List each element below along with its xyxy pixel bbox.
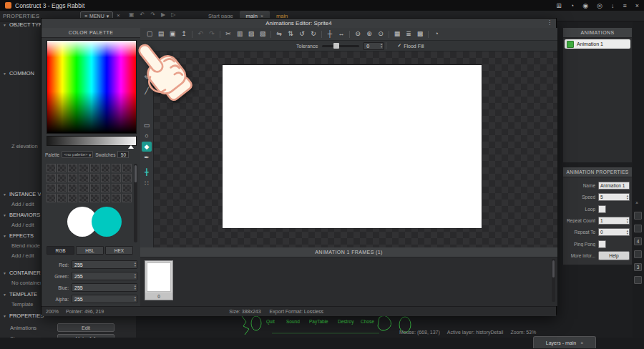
- account-icon[interactable]: ◎: [597, 2, 602, 9]
- palette-swatch[interactable]: [47, 174, 56, 182]
- palette-swatch[interactable]: [90, 184, 99, 192]
- palette-swatch[interactable]: [101, 164, 110, 172]
- close-icon[interactable]: ×: [580, 340, 583, 345]
- zoom-reset-icon[interactable]: ⊙: [376, 29, 386, 39]
- green-field[interactable]: 255▴▾: [72, 272, 137, 280]
- record-icon[interactable]: ◉: [582, 2, 588, 9]
- palette-swatch[interactable]: [90, 164, 99, 172]
- onion-skin-icon[interactable]: ≣: [404, 29, 414, 39]
- stepper-icons[interactable]: ▴▾: [627, 217, 628, 224]
- image-canvas[interactable]: [154, 51, 557, 247]
- palette-swatch[interactable]: [79, 174, 88, 182]
- spinner-down-icon[interactable]: ▾: [627, 232, 628, 235]
- timer-icon[interactable]: ◔: [570, 2, 574, 9]
- alpha-field[interactable]: 255▴▾: [72, 295, 137, 303]
- resize-icon[interactable]: ↔: [336, 29, 346, 39]
- rgb-button[interactable]: RGB: [47, 246, 74, 255]
- redo-icon[interactable]: ↷: [150, 12, 155, 18]
- eyedropper-tool[interactable]: ✒: [142, 152, 152, 162]
- palette-swatch[interactable]: [79, 194, 88, 202]
- stepper-icons[interactable]: ▴▾: [135, 272, 136, 280]
- spinner-down-icon[interactable]: ▾: [135, 299, 136, 302]
- edge-badge[interactable]: [634, 250, 642, 258]
- timing-icon[interactable]: ◔: [431, 29, 441, 39]
- tolerance-field[interactable]: 0 ▴▾: [364, 42, 384, 50]
- layout-object-chose[interactable]: Chose: [361, 319, 374, 324]
- copy-icon[interactable]: ▥: [235, 29, 245, 39]
- palette-swatch[interactable]: [112, 174, 121, 182]
- swatches-count-field[interactable]: 50: [117, 151, 129, 158]
- hex-button[interactable]: HEX: [105, 246, 133, 255]
- palette-swatch[interactable]: [122, 184, 132, 192]
- palette-swatch[interactable]: [122, 164, 132, 172]
- layout-object-quit[interactable]: Quit: [266, 319, 275, 324]
- download-icon[interactable]: ↓: [611, 2, 615, 9]
- repeat-to-field[interactable]: 0▴▾: [598, 228, 630, 236]
- origin-tool[interactable]: ╋: [142, 167, 152, 177]
- spinner-down-icon[interactable]: ▾: [135, 287, 136, 290]
- frame-thumbnail[interactable]: 0: [145, 260, 173, 300]
- stepper-icons[interactable]: ▴▾: [135, 261, 136, 268]
- palette-swatch[interactable]: [90, 174, 99, 182]
- palette-swatch[interactable]: [68, 184, 77, 192]
- name-field[interactable]: Animation 1: [598, 182, 630, 190]
- flip-icon[interactable]: ⇅: [286, 29, 296, 39]
- edge-badge[interactable]: [634, 225, 642, 232]
- layout-object-sound[interactable]: Sound: [286, 319, 300, 324]
- spinner-down-icon[interactable]: ▾: [135, 276, 136, 279]
- preview-icon[interactable]: ▶: [161, 12, 165, 18]
- speed-field[interactable]: 5▴▾: [598, 193, 630, 201]
- palette-swatch[interactable]: [112, 194, 121, 202]
- apps-icon[interactable]: ⊞: [556, 2, 562, 9]
- edge-badge-4[interactable]: 4: [634, 237, 642, 245]
- frames-scrollbar[interactable]: [552, 259, 555, 302]
- cut-icon[interactable]: ✂: [223, 29, 233, 39]
- stepper-icons[interactable]: ▴▾: [381, 43, 382, 49]
- ping-pong-checkbox[interactable]: [598, 240, 606, 248]
- edge-badge[interactable]: [634, 212, 642, 220]
- menu-icon[interactable]: ≡: [623, 2, 626, 9]
- mirror-icon[interactable]: ⇋: [274, 29, 284, 39]
- tolerance-slider[interactable]: [322, 45, 359, 47]
- layout-object-destroy[interactable]: Destroy: [338, 319, 353, 324]
- palette-swatch[interactable]: [68, 174, 77, 182]
- stepper-icons[interactable]: ▴▾: [627, 194, 628, 200]
- palette-swatch[interactable]: [57, 164, 67, 172]
- layers-tab[interactable]: Layers - main ×: [533, 336, 596, 348]
- red-field[interactable]: 255▴▾: [72, 260, 137, 269]
- edit-button[interactable]: Edit: [57, 323, 114, 332]
- palette-swatch[interactable]: [122, 194, 132, 202]
- swatch-scrollbar[interactable]: [134, 164, 137, 242]
- palette-swatch[interactable]: [101, 174, 110, 182]
- palette-swatch[interactable]: [57, 184, 67, 192]
- redo-icon[interactable]: ↷: [207, 29, 217, 39]
- checkbox-checked-icon[interactable]: ✓: [397, 43, 401, 49]
- palette-swatch[interactable]: [57, 194, 67, 202]
- palette-swatch[interactable]: [122, 174, 132, 182]
- repeat-count-field[interactable]: 1▴▾: [598, 217, 630, 225]
- save-icon[interactable]: ▣: [129, 12, 135, 18]
- undo-icon[interactable]: ↶: [140, 12, 145, 18]
- export-icon[interactable]: ↥: [179, 29, 189, 39]
- crop-icon[interactable]: ┼: [325, 29, 335, 39]
- flood-fill-option[interactable]: ✓ Flood Fill: [397, 43, 424, 49]
- palette-swatch[interactable]: [47, 194, 56, 202]
- color-spectrum-picker[interactable]: [47, 40, 137, 134]
- palette-swatch[interactable]: [68, 164, 77, 172]
- debug-preview-icon[interactable]: ▷: [171, 12, 175, 18]
- zoom-in-icon[interactable]: ⊕: [364, 29, 374, 39]
- rotate-cw-icon[interactable]: ↻: [308, 29, 318, 39]
- hsl-button[interactable]: HSL: [76, 246, 104, 255]
- zoom-out-icon[interactable]: ⊖: [353, 29, 363, 39]
- layout-object-paytable[interactable]: PayTable: [309, 319, 328, 324]
- spinner-down-icon[interactable]: ▾: [135, 265, 136, 267]
- rectangle-tool[interactable]: ▭: [142, 120, 152, 130]
- spinner-down-icon[interactable]: ▾: [627, 197, 628, 200]
- palette-swatch[interactable]: [112, 184, 121, 192]
- close-icon[interactable]: ×: [635, 2, 639, 9]
- grid-icon[interactable]: ▦: [392, 29, 402, 39]
- open-icon[interactable]: ▤: [156, 29, 166, 39]
- palette-swatch[interactable]: [101, 184, 110, 192]
- undo-icon[interactable]: ↶: [195, 29, 205, 39]
- edge-badge[interactable]: [634, 276, 642, 284]
